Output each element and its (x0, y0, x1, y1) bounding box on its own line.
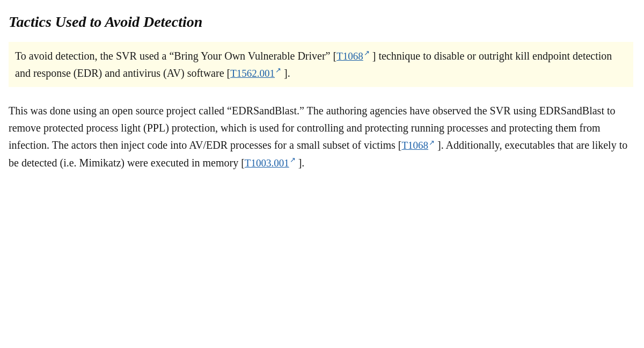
link-t1068-p1[interactable]: T1068 (336, 50, 363, 62)
external-link-icon-p1-l1: ↗ (364, 49, 370, 57)
external-link-icon-p2-l2: ↗ (290, 156, 296, 164)
paragraph-1-text-before-link1: To avoid detection, the SVR used a “Brin… (15, 50, 336, 62)
paragraph-1-text-after-link2: ]. (281, 67, 290, 79)
external-link-icon-p2-l1: ↗ (429, 139, 435, 147)
link-t1068-p2[interactable]: T1068 (401, 140, 428, 151)
page-title: Tactics Used to Avoid Detection (9, 13, 633, 31)
paragraph-2: This was done using an open source proje… (9, 97, 633, 177)
paragraph-1-highlighted: To avoid detection, the SVR used a “Brin… (9, 42, 633, 88)
external-link-icon-p1-l2: ↗ (275, 66, 281, 74)
link-t1562-001[interactable]: T1562.001 (230, 68, 275, 79)
paragraph-2-text-after-link2: ]. (296, 157, 305, 169)
link-t1003-001[interactable]: T1003.001 (245, 157, 289, 169)
